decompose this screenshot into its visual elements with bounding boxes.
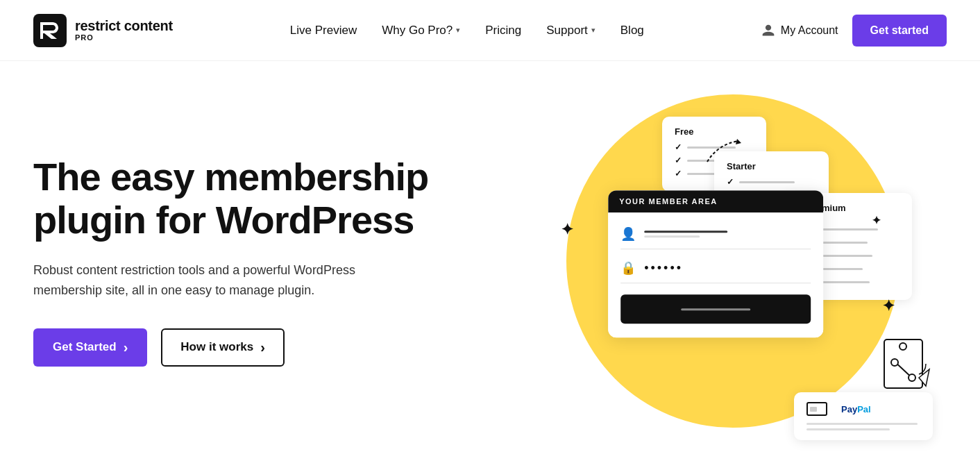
- credit-card-icon: [806, 402, 827, 416]
- member-password-field: 🔒 ••••••: [620, 260, 811, 283]
- svg-point-5: [899, 343, 906, 350]
- star-decoration-1: ✦: [561, 221, 573, 239]
- nav-blog[interactable]: Blog: [620, 24, 644, 37]
- paypal-icon: PayPal: [841, 404, 871, 414]
- star-decoration-3: ✦: [882, 297, 895, 315]
- hero-buttons: Get Started › How it works ›: [33, 328, 519, 367]
- header-get-started-button[interactable]: Get started: [852, 15, 947, 47]
- user-icon: [761, 24, 775, 37]
- hero-content: The easy membership plugin for WordPress…: [33, 128, 519, 394]
- user-field-icon: 👤: [620, 226, 636, 242]
- svg-point-7: [891, 359, 898, 366]
- price-card-free-title: Free: [675, 126, 754, 137]
- hero-title: The easy membership plugin for WordPress: [33, 156, 519, 241]
- username-line: [644, 230, 727, 233]
- member-username-field: 👤: [620, 226, 811, 249]
- nav-why-go-pro[interactable]: Why Go Pro? ▾: [382, 24, 460, 37]
- check-icon: ✓: [727, 177, 734, 187]
- star-decoration-2: ✦: [872, 214, 881, 227]
- check-icon: ✓: [675, 142, 682, 152]
- member-area-header: YOUR MEMBER AREA: [608, 190, 823, 212]
- arrow-right-icon: ›: [260, 340, 265, 355]
- payment-line-1: [806, 423, 918, 425]
- paper-plane-decoration: [704, 137, 745, 168]
- member-area-card: YOUR MEMBER AREA 👤 🔒 ••••••: [608, 190, 823, 337]
- card-shape: [806, 402, 827, 416]
- member-submit-button: [620, 294, 811, 324]
- chevron-down-icon: ▾: [591, 26, 595, 35]
- arrow-right-icon: ›: [124, 340, 128, 355]
- logo-text: restrict content PRO: [75, 18, 173, 42]
- hero-get-started-button[interactable]: Get Started ›: [33, 328, 147, 367]
- password-dots: ••••••: [644, 261, 683, 276]
- discount-tag-decoration: [881, 336, 929, 392]
- submit-button-line: [681, 308, 750, 310]
- hero-illustration: ✦ ✦ ✦ Free: [519, 61, 947, 461]
- username-line-2: [644, 235, 700, 237]
- header-right: My Account Get started: [761, 15, 947, 47]
- price-card-starter-row-1: ✓: [727, 177, 816, 187]
- hero-how-it-works-button[interactable]: How it works ›: [161, 328, 285, 367]
- price-feature-line: [739, 181, 795, 183]
- payment-lines: [806, 423, 920, 430]
- member-area-body: 👤 🔒 ••••••: [608, 212, 823, 337]
- chevron-down-icon: ▾: [456, 26, 460, 35]
- lock-field-icon: 🔒: [620, 260, 636, 276]
- hero-description: Robust content restriction tools and a p…: [33, 260, 394, 301]
- svg-point-8: [909, 374, 915, 381]
- logo-icon: [33, 14, 67, 47]
- payment-card: PayPal: [794, 392, 933, 440]
- hero-section: The easy membership plugin for WordPress…: [0, 61, 980, 461]
- main-nav: Live Preview Why Go Pro? ▾ Pricing Suppo…: [290, 24, 644, 37]
- nav-pricing[interactable]: Pricing: [485, 24, 521, 37]
- check-icon: ✓: [675, 156, 682, 165]
- nav-live-preview[interactable]: Live Preview: [290, 24, 357, 37]
- my-account-link[interactable]: My Account: [761, 24, 838, 37]
- logo[interactable]: restrict content PRO: [33, 14, 173, 47]
- nav-support[interactable]: Support ▾: [546, 24, 595, 37]
- payment-line-2: [806, 428, 890, 430]
- payment-methods-row: PayPal: [806, 402, 920, 416]
- check-icon: ✓: [675, 169, 682, 178]
